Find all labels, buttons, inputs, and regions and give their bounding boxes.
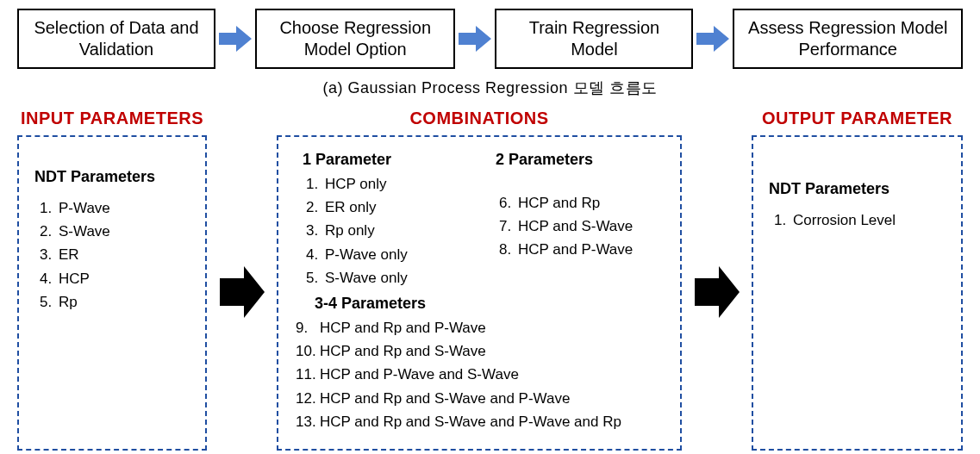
list-item: 5.S-Wave only [306, 266, 471, 289]
list-item: 2.ER only [306, 196, 471, 219]
item-number: 7. [499, 215, 518, 238]
item-label: HCP and Rp and P-Wave [320, 320, 486, 336]
list-item: 3.ER [40, 243, 190, 266]
item-number: 10. [296, 339, 320, 363]
list-item: 7.HCP and S-Wave [499, 215, 665, 238]
list-item: 13.HCP and Rp and S-Wave and P-Wave and … [296, 410, 665, 433]
two-param-list: 6.HCP and Rp 7.HCP and S-Wave 8.HCP and … [487, 191, 665, 262]
list-item: 1.Corrosion Level [774, 208, 946, 232]
item-number: 3. [306, 219, 325, 242]
output-box: NDT Parameters 1.Corrosion Level [752, 135, 963, 451]
item-label: HCP and Rp and S-Wave and P-Wave [320, 390, 570, 407]
item-number: 1. [774, 208, 793, 232]
item-number: 9. [296, 316, 320, 339]
list-item: 10.HCP and Rp and S-Wave [296, 339, 665, 363]
flow-step-label: Train Regression Model [509, 17, 679, 60]
list-item: 2.S-Wave [40, 220, 190, 243]
three-four-list: 9.HCP and Rp and P-Wave 10.HCP and Rp an… [294, 316, 665, 433]
flow-step-label: Assess Regression Model Performance [746, 17, 949, 60]
two-param-title: 2 Parameters [496, 151, 665, 169]
item-label: P-Wave [59, 200, 110, 216]
arrow-right-icon [693, 109, 741, 451]
item-label: HCP and S-Wave [518, 218, 633, 234]
arrow-right-icon [459, 24, 491, 53]
item-label: HCP and Rp [518, 195, 600, 211]
item-label: S-Wave [59, 223, 110, 239]
item-number: 2. [40, 220, 59, 243]
combinations-column: COMBINATIONS 1 Parameter 1.HCP only 2.ER… [277, 109, 682, 451]
arrow-right-icon [218, 109, 266, 451]
caption-a: (a) Gaussian Process Regression 모델 흐름도 [17, 78, 963, 98]
item-label: Rp only [325, 222, 375, 239]
item-number: 1. [40, 196, 59, 220]
one-param-title: 1 Parameter [303, 151, 471, 169]
list-item: 4.HCP [40, 267, 190, 290]
flow-step-4: Assess Regression Model Performance [733, 9, 963, 69]
list-item: 4.P-Wave only [306, 243, 471, 266]
combinations-box: 1 Parameter 1.HCP only 2.ER only 3.Rp on… [277, 135, 682, 451]
arrow-right-icon [219, 24, 252, 53]
item-number: 1. [306, 172, 325, 196]
flow-step-label: Selection of Data and Validation [31, 17, 202, 60]
item-label: HCP and P-Wave [518, 241, 633, 258]
list-item: 5.Rp [40, 290, 190, 314]
item-number: 4. [40, 267, 59, 290]
input-header: INPUT PARAMETERS [17, 109, 207, 128]
item-number: 8. [499, 238, 518, 261]
item-label: Rp [59, 294, 78, 310]
list-item: 1.P-Wave [40, 196, 190, 220]
input-list: 1.P-Wave 2.S-Wave 3.ER 4.HCP 5.Rp [34, 196, 190, 314]
flow-step-3: Train Regression Model [495, 9, 693, 69]
item-label: HCP [59, 271, 90, 287]
flow-step-1: Selection of Data and Validation [17, 9, 215, 69]
output-title: NDT Parameters [769, 180, 946, 198]
item-number: 4. [306, 243, 325, 266]
combinations-header: COMBINATIONS [277, 109, 682, 128]
output-column: OUTPUT PARAMETER NDT Parameters 1.Corros… [752, 109, 963, 451]
input-column: INPUT PARAMETERS NDT Parameters 1.P-Wave… [17, 109, 207, 451]
item-label: S-Wave only [325, 270, 408, 286]
one-param-section: 1 Parameter 1.HCP only 2.ER only 3.Rp on… [294, 151, 471, 289]
list-item: 12.HCP and Rp and S-Wave and P-Wave [296, 387, 665, 410]
item-number: 5. [306, 266, 325, 289]
svg-marker-3 [220, 266, 265, 318]
flow-step-2: Choose Regression Model Option [255, 9, 455, 69]
flow-step-label: Choose Regression Model Option [269, 17, 441, 60]
item-label: HCP only [325, 176, 387, 192]
flow-row: Selection of Data and Validation Choose … [17, 9, 963, 69]
list-item: 3.Rp only [306, 219, 471, 242]
item-number: 12. [296, 387, 320, 410]
one-param-list: 1.HCP only 2.ER only 3.Rp only 4.P-Wave … [294, 172, 471, 289]
three-four-title: 3-4 Parameters [315, 295, 665, 313]
two-param-section: 2 Parameters 6.HCP and Rp 7.HCP and S-Wa… [487, 151, 665, 289]
item-number: 2. [306, 196, 325, 219]
list-item: 9.HCP and Rp and P-Wave [296, 316, 665, 339]
item-number: 3. [40, 243, 59, 266]
input-box: NDT Parameters 1.P-Wave 2.S-Wave 3.ER 4.… [17, 135, 207, 451]
parameter-row: INPUT PARAMETERS NDT Parameters 1.P-Wave… [17, 109, 963, 451]
input-title: NDT Parameters [34, 168, 190, 186]
arrow-right-icon [696, 24, 729, 53]
item-number: 11. [296, 363, 320, 386]
svg-marker-0 [219, 26, 252, 52]
svg-marker-4 [695, 266, 740, 318]
combinations-grid: 1 Parameter 1.HCP only 2.ER only 3.Rp on… [294, 151, 665, 433]
svg-marker-2 [696, 26, 729, 52]
item-label: HCP and Rp and S-Wave [320, 343, 486, 359]
item-label: HCP and P-Wave and S-Wave [320, 366, 519, 382]
item-number: 6. [499, 191, 518, 215]
item-label: ER only [325, 199, 377, 215]
item-label: ER [59, 246, 79, 263]
three-four-param-section: 3-4 Parameters 9.HCP and Rp and P-Wave 1… [294, 295, 665, 433]
list-item: 6.HCP and Rp [499, 191, 665, 215]
item-number: 13. [296, 410, 320, 433]
item-label: HCP and Rp and S-Wave and P-Wave and Rp [320, 414, 621, 430]
output-header: OUTPUT PARAMETER [752, 109, 963, 128]
item-number: 5. [40, 290, 59, 314]
svg-marker-1 [459, 26, 491, 52]
item-label: Corrosion Level [793, 212, 896, 228]
list-item: 11.HCP and P-Wave and S-Wave [296, 363, 665, 386]
list-item: 8.HCP and P-Wave [499, 238, 665, 261]
item-label: P-Wave only [325, 246, 408, 263]
list-item: 1.HCP only [306, 172, 471, 196]
